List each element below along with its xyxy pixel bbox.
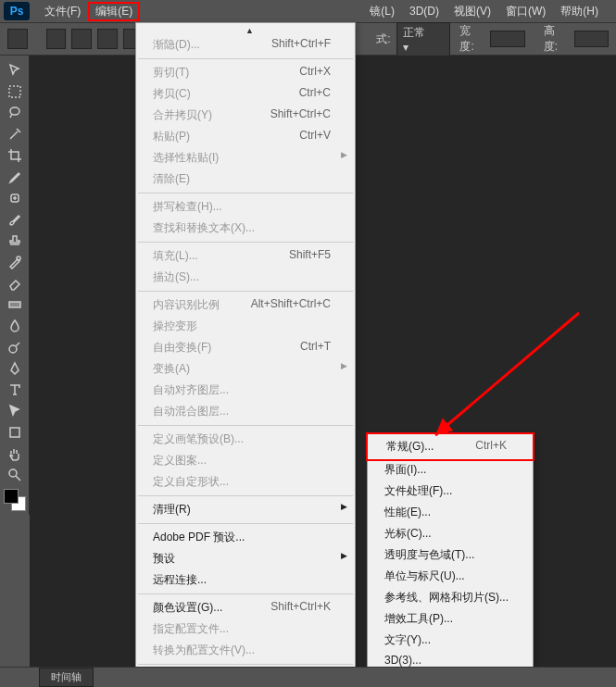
color-swatches[interactable] [4,489,26,511]
menu-edit[interactable]: 编辑(E) [88,2,140,21]
edit-menu-label: 远程连接... [153,572,207,588]
fg-color-swatch[interactable] [4,489,19,504]
edit-menu-item-7: 清除(E) [136,169,355,190]
prefs-item-6[interactable]: 单位与标尺(U)... [368,566,533,587]
menubar: Ps 文件(F) 编辑(E) 镜(L) 3D(D) 视图(V) 窗口(W) 帮助… [0,0,616,22]
wand-tool[interactable] [2,124,28,144]
style-select[interactable]: 正常 ▾ [396,22,451,56]
edit-menu-item-23: 定义图案... [136,450,355,471]
tool-preset-icon[interactable] [7,29,28,49]
edit-menu-item-12: 填充(L)...Shift+F5 [136,245,355,267]
history-brush-tool[interactable] [2,252,28,272]
timeline-tab[interactable]: 时间轴 [39,668,94,687]
prefs-label: 增效工具(P)... [384,611,453,627]
hand-tool[interactable] [2,443,28,464]
preferences-submenu: 常规(G)...Ctrl+K界面(I)...文件处理(F)...性能(E)...… [367,433,534,687]
prefs-item-0[interactable]: 常规(G)...Ctrl+K [366,432,534,461]
eraser-tool[interactable] [2,273,28,294]
brush-tool[interactable] [2,209,28,230]
edit-menu-item-22: 定义画笔预设(B)... [136,429,355,450]
edit-menu-label: 定义画笔预设(B)... [153,431,244,447]
width-label: 宽度: [459,23,484,55]
selection-new-icon[interactable] [46,29,67,49]
prefs-item-4[interactable]: 光标(C)... [368,523,533,544]
menu-window[interactable]: 窗口(W) [498,2,553,21]
prefs-item-2[interactable]: 文件处理(F)... [368,481,533,502]
submenu-arrow-icon: ▶ [341,361,347,370]
edit-menu-item-26[interactable]: 清理(R)▶ [136,499,355,520]
edit-menu-label: 清理(R) [153,502,191,518]
prefs-label: 性能(E)... [384,505,431,520]
prefs-label: 常规(G)... [386,439,434,455]
edit-menu-item-5: 粘贴(P)Ctrl+V [136,126,355,147]
edit-menu-item-34: 转换为配置文件(V)... [136,640,355,661]
svg-rect-4 [9,302,20,307]
menu-filter[interactable]: 镜(L) [362,2,402,21]
style-label: 式: [376,31,390,47]
edit-menu-item-15: 内容识别比例Alt+Shift+Ctrl+C [136,294,355,316]
edit-menu-item-30[interactable]: 远程连接... [136,569,355,591]
selection-add-icon[interactable] [71,29,92,49]
edit-menu-item-28[interactable]: Adobe PDF 预设... [136,527,355,548]
edit-menu-item-17: 自由变换(F)Ctrl+T [136,337,355,358]
edit-menu-label: 渐隐(D)... [153,37,200,53]
edit-menu-shortcut: Shift+Ctrl+F [271,37,331,53]
edit-menu-shortcut: Ctrl+X [299,65,331,81]
menu-file[interactable]: 文件(F) [37,2,88,21]
menu-view[interactable]: 视图(V) [446,2,498,21]
svg-rect-6 [10,428,19,437]
edit-menu-separator [138,593,353,594]
edit-menu-label: 剪切(T) [153,65,189,81]
height-input[interactable] [574,31,609,47]
prefs-item-1[interactable]: 界面(I)... [368,459,533,481]
selection-subtract-icon[interactable] [97,29,118,49]
edit-menu-item-29[interactable]: 预设▶ [136,548,355,569]
edit-menu-item-20: 自动混合图层... [136,401,355,422]
edit-menu-shortcut: Alt+Shift+Ctrl+C [251,297,331,313]
marquee-tool[interactable] [2,81,28,102]
prefs-label: 3D(3)... [384,654,421,667]
prefs-item-7[interactable]: 参考线、网格和切片(S)... [368,587,533,608]
edit-menu-separator [138,291,353,292]
svg-rect-0 [9,86,20,97]
crop-tool[interactable] [2,145,28,166]
edit-menu-item-32[interactable]: 颜色设置(G)...Shift+Ctrl+K [136,597,355,618]
width-input[interactable] [490,31,524,47]
gradient-tool[interactable] [2,294,28,315]
menu-3d[interactable]: 3D(D) [402,3,446,19]
edit-menu-label: 描边(S)... [153,269,199,285]
edit-menu-shortcut: Ctrl+T [300,340,331,356]
toolbox [0,56,30,515]
edit-menu-item-3: 拷贝(C)Ctrl+C [136,83,355,105]
zoom-tool[interactable] [2,465,28,485]
healing-tool[interactable] [2,188,28,208]
eyedropper-tool[interactable] [2,167,28,187]
edit-menu-label: 自动对齐图层... [153,382,229,398]
prefs-item-5[interactable]: 透明度与色域(T)... [368,544,533,566]
stamp-tool[interactable] [2,231,28,251]
edit-menu-label: 选择性粘贴(I) [153,150,219,166]
edit-menu-item-24: 定义自定形状... [136,471,355,493]
edit-menu-label: 定义自定形状... [153,474,229,490]
prefs-item-8[interactable]: 增效工具(P)... [368,608,533,630]
path-tool[interactable] [2,401,28,421]
prefs-item-9[interactable]: 文字(Y)... [368,630,533,651]
shape-tool[interactable] [2,422,28,443]
prefs-label: 单位与标尺(U)... [384,568,465,584]
menu-help[interactable]: 帮助(H) [553,2,606,21]
dodge-tool[interactable] [2,337,28,357]
edit-menu-item-9: 拼写检查(H)... [136,196,355,218]
edit-menu-separator [138,495,353,496]
lasso-tool[interactable] [2,103,28,123]
edit-menu-label: 颜色设置(G)... [153,600,222,616]
type-tool[interactable] [2,380,28,400]
prefs-item-3[interactable]: 性能(E)... [368,502,533,523]
edit-menu-label: 内容识别比例 [153,297,220,313]
blur-tool[interactable] [2,316,28,336]
submenu-arrow-icon: ▶ [341,551,347,560]
pen-tool[interactable] [2,358,28,379]
edit-menu-item-19: 自动对齐图层... [136,380,355,401]
submenu-arrow-icon: ▶ [341,502,347,511]
edit-menu-item-33: 指定配置文件... [136,618,355,640]
move-tool[interactable] [2,60,28,81]
